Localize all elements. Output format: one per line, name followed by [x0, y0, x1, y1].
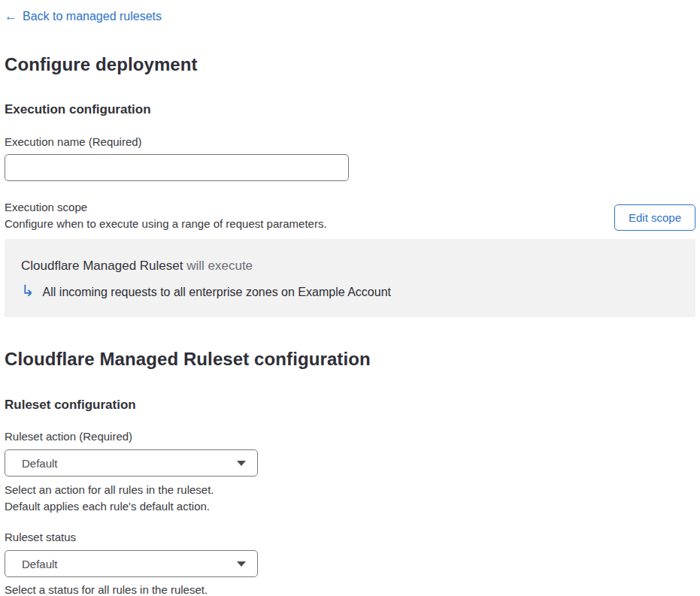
summary-will-execute-text: will execute [186, 259, 253, 273]
edit-scope-button[interactable]: Edit scope [614, 204, 695, 231]
execution-scope-text-block: Execution scope Configure when to execut… [5, 199, 327, 232]
ruleset-action-label: Ruleset action (Required) [5, 430, 695, 443]
summary-ruleset-name: Cloudflare Managed Ruleset [21, 259, 183, 273]
ruleset-action-select[interactable]: Default [5, 449, 258, 476]
ruleset-action-selected-value: Default [22, 457, 58, 470]
execution-scope-row: Execution scope Configure when to execut… [5, 199, 695, 232]
execution-configuration-heading: Execution configuration [5, 102, 695, 117]
ruleset-action-help-line2: Default applies each rule's default acti… [5, 498, 695, 515]
ruleset-action-help-line1: Select an action for all rules in the ru… [5, 482, 695, 498]
execution-summary-scope-line: ↳ All incoming requests to all enterpris… [21, 283, 679, 301]
execution-scope-description: Configure when to execute using a range … [5, 216, 327, 232]
back-arrow-icon: ← [5, 9, 17, 23]
ruleset-status-label: Ruleset status [5, 531, 695, 544]
execution-name-input[interactable] [5, 154, 349, 181]
ruleset-status-selected-value: Default [22, 558, 58, 570]
execution-name-label: Execution name (Required) [5, 135, 695, 149]
ruleset-status-help-line1: Select a status for all rules in the rul… [5, 582, 695, 596]
back-to-managed-rulesets-link[interactable]: ← Back to managed rulesets [5, 9, 162, 23]
execution-scope-label: Execution scope [5, 199, 327, 216]
chevron-down-icon [237, 561, 246, 567]
branch-arrow-icon: ↳ [21, 283, 35, 298]
summary-scope-text: All incoming requests to all enterprise … [43, 283, 391, 301]
ruleset-status-select[interactable]: Default [5, 550, 258, 577]
configure-deployment-page: ← Back to managed rulesets Configure dep… [0, 0, 700, 596]
page-title: Configure deployment [5, 54, 695, 75]
execution-summary-panel: Cloudflare Managed Ruleset will execute … [5, 239, 695, 317]
execution-summary-headline: Cloudflare Managed Ruleset will execute [21, 258, 679, 274]
chevron-down-icon [237, 461, 246, 466]
ruleset-configuration-page-title: Cloudflare Managed Ruleset configuration [5, 349, 695, 370]
ruleset-configuration-heading: Ruleset configuration [5, 398, 695, 413]
back-link-label: Back to managed rulesets [23, 9, 162, 23]
